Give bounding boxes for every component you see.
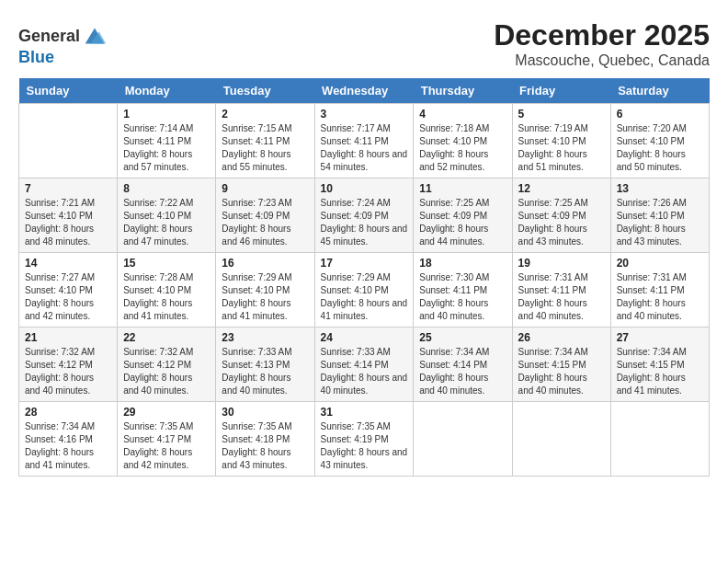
day-cell-0-6: 6Sunrise: 7:20 AMSunset: 4:10 PMDaylight… <box>610 104 709 178</box>
day-cell-2-6: 20Sunrise: 7:31 AMSunset: 4:11 PMDayligh… <box>610 253 709 327</box>
day-number: 24 <box>321 331 408 344</box>
day-cell-4-0: 28Sunrise: 7:34 AMSunset: 4:16 PMDayligh… <box>19 402 118 477</box>
day-number: 26 <box>518 331 605 344</box>
day-number: 15 <box>123 257 210 270</box>
month-year-title: December 2025 <box>494 18 710 52</box>
day-info: Sunrise: 7:31 AMSunset: 4:11 PMDaylight:… <box>617 271 703 323</box>
day-info: Sunrise: 7:24 AMSunset: 4:09 PMDaylight:… <box>321 197 408 248</box>
day-cell-0-5: 5Sunrise: 7:19 AMSunset: 4:10 PMDaylight… <box>512 104 610 178</box>
day-number: 16 <box>222 257 308 270</box>
day-number: 18 <box>419 257 506 270</box>
day-info: Sunrise: 7:29 AMSunset: 4:10 PMDaylight:… <box>321 271 408 323</box>
day-info: Sunrise: 7:33 AMSunset: 4:14 PMDaylight:… <box>321 346 408 397</box>
day-info: Sunrise: 7:32 AMSunset: 4:12 PMDaylight:… <box>25 346 111 397</box>
logo: General Blue <box>18 23 108 65</box>
day-info: Sunrise: 7:17 AMSunset: 4:11 PMDaylight:… <box>321 122 408 174</box>
col-thursday: Thursday <box>414 78 512 104</box>
day-info: Sunrise: 7:27 AMSunset: 4:10 PMDaylight:… <box>25 271 111 323</box>
day-info: Sunrise: 7:26 AMSunset: 4:10 PMDaylight:… <box>617 197 703 248</box>
day-cell-2-4: 18Sunrise: 7:30 AMSunset: 4:11 PMDayligh… <box>414 253 512 327</box>
day-info: Sunrise: 7:23 AMSunset: 4:09 PMDaylight:… <box>222 197 308 248</box>
calendar-table: Sunday Monday Tuesday Wednesday Thursday… <box>18 78 710 477</box>
title-section: December 2025 Mascouche, Quebec, Canada <box>494 18 710 69</box>
day-info: Sunrise: 7:19 AMSunset: 4:10 PMDaylight:… <box>518 122 605 174</box>
day-number: 29 <box>123 406 210 419</box>
day-number: 27 <box>617 331 703 344</box>
day-number: 31 <box>321 406 408 419</box>
day-info: Sunrise: 7:33 AMSunset: 4:13 PMDaylight:… <box>222 346 308 397</box>
day-cell-3-0: 21Sunrise: 7:32 AMSunset: 4:12 PMDayligh… <box>19 327 118 402</box>
day-number: 3 <box>321 108 408 121</box>
day-info: Sunrise: 7:30 AMSunset: 4:11 PMDaylight:… <box>419 271 506 323</box>
day-cell-4-1: 29Sunrise: 7:35 AMSunset: 4:17 PMDayligh… <box>118 402 216 477</box>
day-info: Sunrise: 7:18 AMSunset: 4:10 PMDaylight:… <box>419 122 506 174</box>
week-row-3: 14Sunrise: 7:27 AMSunset: 4:10 PMDayligh… <box>19 253 710 327</box>
col-wednesday: Wednesday <box>314 78 414 104</box>
day-cell-3-1: 22Sunrise: 7:32 AMSunset: 4:12 PMDayligh… <box>118 327 216 402</box>
day-cell-1-2: 9Sunrise: 7:23 AMSunset: 4:09 PMDaylight… <box>216 178 314 253</box>
day-cell-2-0: 14Sunrise: 7:27 AMSunset: 4:10 PMDayligh… <box>19 253 118 327</box>
day-info: Sunrise: 7:21 AMSunset: 4:10 PMDaylight:… <box>25 197 111 248</box>
day-number: 1 <box>123 108 210 121</box>
day-info: Sunrise: 7:35 AMSunset: 4:17 PMDaylight:… <box>123 420 210 472</box>
day-number: 22 <box>123 331 210 344</box>
day-info: Sunrise: 7:20 AMSunset: 4:10 PMDaylight:… <box>617 122 703 174</box>
week-row-2: 7Sunrise: 7:21 AMSunset: 4:10 PMDaylight… <box>19 178 710 253</box>
day-number: 17 <box>321 257 408 270</box>
day-number: 9 <box>222 182 308 195</box>
day-cell-4-6 <box>610 402 709 477</box>
day-number: 14 <box>25 257 111 270</box>
day-cell-1-5: 12Sunrise: 7:25 AMSunset: 4:09 PMDayligh… <box>512 178 610 253</box>
day-number: 19 <box>518 257 605 270</box>
day-info: Sunrise: 7:35 AMSunset: 4:19 PMDaylight:… <box>321 420 408 472</box>
week-row-1: 1Sunrise: 7:14 AMSunset: 4:11 PMDaylight… <box>19 104 710 178</box>
day-cell-3-2: 23Sunrise: 7:33 AMSunset: 4:13 PMDayligh… <box>216 327 314 402</box>
day-info: Sunrise: 7:28 AMSunset: 4:10 PMDaylight:… <box>123 271 210 323</box>
col-saturday: Saturday <box>610 78 709 104</box>
day-number: 12 <box>518 182 605 195</box>
col-monday: Monday <box>118 78 216 104</box>
day-cell-4-4 <box>414 402 512 477</box>
day-cell-2-1: 15Sunrise: 7:28 AMSunset: 4:10 PMDayligh… <box>118 253 216 327</box>
day-info: Sunrise: 7:34 AMSunset: 4:15 PMDaylight:… <box>518 346 605 397</box>
logo-blue-text: Blue <box>18 49 54 65</box>
day-number: 7 <box>25 182 111 195</box>
header: General Blue December 2025 Mascouche, Qu… <box>18 18 710 69</box>
day-info: Sunrise: 7:25 AMSunset: 4:09 PMDaylight:… <box>518 197 605 248</box>
day-number: 20 <box>617 257 703 270</box>
day-cell-3-6: 27Sunrise: 7:34 AMSunset: 4:15 PMDayligh… <box>610 327 709 402</box>
day-number: 10 <box>321 182 408 195</box>
week-row-4: 21Sunrise: 7:32 AMSunset: 4:12 PMDayligh… <box>19 327 710 402</box>
header-row: Sunday Monday Tuesday Wednesday Thursday… <box>19 78 710 104</box>
day-cell-0-4: 4Sunrise: 7:18 AMSunset: 4:10 PMDaylight… <box>414 104 512 178</box>
day-info: Sunrise: 7:15 AMSunset: 4:11 PMDaylight:… <box>222 122 308 174</box>
day-info: Sunrise: 7:31 AMSunset: 4:11 PMDaylight:… <box>518 271 605 323</box>
day-number: 21 <box>25 331 111 344</box>
day-cell-3-3: 24Sunrise: 7:33 AMSunset: 4:14 PMDayligh… <box>314 327 414 402</box>
day-cell-1-1: 8Sunrise: 7:22 AMSunset: 4:10 PMDaylight… <box>118 178 216 253</box>
day-number: 30 <box>222 406 308 419</box>
day-info: Sunrise: 7:29 AMSunset: 4:10 PMDaylight:… <box>222 271 308 323</box>
col-tuesday: Tuesday <box>216 78 314 104</box>
day-cell-2-3: 17Sunrise: 7:29 AMSunset: 4:10 PMDayligh… <box>314 253 414 327</box>
day-number: 2 <box>222 108 308 121</box>
day-cell-4-3: 31Sunrise: 7:35 AMSunset: 4:19 PMDayligh… <box>314 402 414 477</box>
day-cell-3-5: 26Sunrise: 7:34 AMSunset: 4:15 PMDayligh… <box>512 327 610 402</box>
location-subtitle: Mascouche, Quebec, Canada <box>494 52 710 69</box>
day-cell-0-2: 2Sunrise: 7:15 AMSunset: 4:11 PMDaylight… <box>216 104 314 178</box>
day-cell-1-6: 13Sunrise: 7:26 AMSunset: 4:10 PMDayligh… <box>610 178 709 253</box>
day-cell-2-5: 19Sunrise: 7:31 AMSunset: 4:11 PMDayligh… <box>512 253 610 327</box>
day-info: Sunrise: 7:25 AMSunset: 4:09 PMDaylight:… <box>419 197 506 248</box>
day-info: Sunrise: 7:22 AMSunset: 4:10 PMDaylight:… <box>123 197 210 248</box>
col-friday: Friday <box>512 78 610 104</box>
day-info: Sunrise: 7:34 AMSunset: 4:15 PMDaylight:… <box>617 346 703 397</box>
day-number: 13 <box>617 182 703 195</box>
day-number: 11 <box>419 182 506 195</box>
col-sunday: Sunday <box>19 78 118 104</box>
day-number: 4 <box>419 108 506 121</box>
day-info: Sunrise: 7:32 AMSunset: 4:12 PMDaylight:… <box>123 346 210 397</box>
day-cell-0-0 <box>19 104 118 178</box>
day-cell-1-0: 7Sunrise: 7:21 AMSunset: 4:10 PMDaylight… <box>19 178 118 253</box>
day-cell-0-3: 3Sunrise: 7:17 AMSunset: 4:11 PMDaylight… <box>314 104 414 178</box>
day-cell-2-2: 16Sunrise: 7:29 AMSunset: 4:10 PMDayligh… <box>216 253 314 327</box>
